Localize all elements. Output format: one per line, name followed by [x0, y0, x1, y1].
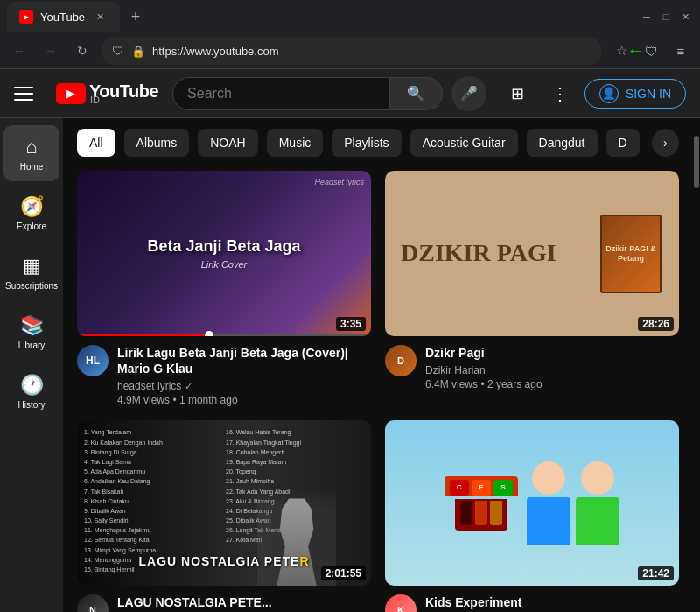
- mic-icon: 🎤: [460, 85, 478, 102]
- channel-name-2: Dzikir Harian: [425, 364, 679, 376]
- video-card-3[interactable]: 1. Yang Terdalam 2. Ku Katakan Dengan In…: [77, 420, 371, 612]
- active-tab[interactable]: YouTube ✕: [7, 2, 120, 32]
- url-text: https://www.youtube.com: [152, 45, 592, 58]
- browser-menu-button[interactable]: ≡: [668, 39, 693, 63]
- video-stats-1: 4.9M views • 1 month ago: [117, 394, 371, 406]
- tab-title: YouTube: [40, 11, 85, 24]
- apps-icon: ⊞: [511, 84, 524, 103]
- filter-chip-albums[interactable]: Albums: [124, 129, 190, 157]
- sidebar-item-explore[interactable]: 🧭 Explore: [4, 185, 60, 241]
- filter-chip-playlists[interactable]: Playlists: [332, 129, 401, 157]
- progress-fill: [77, 334, 209, 336]
- hamburger-line-2: [14, 93, 33, 95]
- search-input[interactable]: [187, 86, 375, 102]
- kids-figures: [527, 461, 620, 545]
- address-bar: ← → ↻ 🛡 🔒 https://www.youtube.com ← ☆ 🛡 …: [0, 33, 700, 68]
- filter-chip-dangdut[interactable]: Dangdut: [527, 129, 598, 157]
- soda-machine-area: C F S: [444, 476, 518, 531]
- filter-scroll-right[interactable]: ›: [652, 129, 679, 157]
- thumb-text-2: DZIKIR PAGI: [401, 240, 593, 267]
- search-button[interactable]: 🔍: [390, 77, 443, 110]
- sidebar-explore-label: Explore: [17, 222, 46, 231]
- kid-2-body: [576, 497, 620, 545]
- url-box[interactable]: 🛡 🔒 https://www.youtube.com ←: [102, 37, 602, 65]
- sidebar-history-label: History: [18, 400, 45, 410]
- video-duration-1: 3:35: [336, 317, 366, 331]
- library-icon: 📚: [20, 314, 44, 337]
- sidebar-home-label: Home: [20, 162, 44, 172]
- youtube-logo[interactable]: YouTube ID: [56, 81, 158, 105]
- video-card-4[interactable]: C F S: [385, 420, 679, 612]
- sidebar-item-home[interactable]: ⌂ Home: [4, 125, 60, 181]
- filter-d-label: D: [619, 136, 627, 150]
- thumbnail-4: C F S: [385, 420, 679, 586]
- minimize-button[interactable]: ─: [639, 9, 654, 25]
- channel-name-1: headset lyrics ✓: [117, 380, 371, 392]
- progress-dot: [205, 331, 214, 336]
- video-meta-3: LAGU NOSTALGIA PETE... Lagu Nostalgia 2.…: [117, 594, 371, 612]
- close-window-button[interactable]: ✕: [677, 9, 693, 25]
- menu-button[interactable]: [14, 80, 42, 108]
- video-title-4: Kids Experiment: [425, 594, 679, 610]
- filter-chip-acoustic[interactable]: Acoustic Guitar: [410, 129, 518, 157]
- home-icon: ⌂: [25, 136, 37, 158]
- video-grid: Headset lyrics Beta Janji Beta Jaga Liri…: [63, 164, 693, 612]
- filter-dangdut-label: Dangdut: [539, 136, 585, 150]
- filter-all-label: All: [89, 136, 103, 150]
- video-info-1: HL Lirik Lagu Beta Janji Beta Jaga (Cove…: [77, 336, 371, 406]
- mic-button[interactable]: 🎤: [452, 76, 486, 111]
- back-button[interactable]: ←: [7, 39, 32, 63]
- verified-badge-1: ✓: [185, 381, 192, 391]
- search-icon: 🔍: [407, 85, 424, 102]
- youtube-header: YouTube ID 🔍 🎤 ⊞ ⋮ 👤 SIGN IN: [0, 69, 700, 118]
- search-container: 🔍 🎤: [172, 76, 486, 111]
- video-duration-4: 21:42: [638, 566, 674, 580]
- apps-button[interactable]: ⊞: [500, 76, 536, 111]
- more-options-button[interactable]: ⋮: [542, 76, 578, 111]
- sidebar-item-history[interactable]: 🕐 History: [4, 363, 60, 419]
- browser-actions: ☆ 🛡 ≡: [609, 39, 693, 63]
- video-stats-2: 6.4M views • 2 years ago: [425, 378, 679, 390]
- maximize-button[interactable]: □: [658, 9, 674, 25]
- video-info-2: D Dzikr Pagi Dzikir Harian 6.4M views • …: [385, 336, 679, 390]
- sidebar-library-label: Library: [18, 341, 46, 350]
- video-card-1[interactable]: Headset lyrics Beta Janji Beta Jaga Liri…: [77, 171, 371, 406]
- search-box[interactable]: [172, 77, 390, 110]
- filter-chip-d[interactable]: D: [606, 129, 640, 157]
- thumbnail-1: Headset lyrics Beta Janji Beta Jaga Liri…: [77, 171, 371, 336]
- scrollbar[interactable]: [693, 118, 700, 612]
- explore-icon: 🧭: [20, 195, 44, 218]
- forward-button[interactable]: →: [38, 39, 63, 63]
- shield-icon: 🛡: [112, 44, 124, 58]
- hamburger-line-1: [14, 87, 33, 88]
- tab-bar: YouTube ✕ +: [7, 2, 148, 32]
- reload-button[interactable]: ↻: [70, 39, 94, 63]
- signin-label: SIGN IN: [626, 87, 671, 101]
- video-duration-3: 2:01:55: [321, 566, 366, 580]
- filter-bar: All Albums NOAH Music Playlists Acoustic…: [63, 118, 693, 164]
- filter-acoustic-label: Acoustic Guitar: [423, 136, 506, 150]
- filter-chip-noah[interactable]: NOAH: [198, 129, 257, 157]
- browser-chrome: YouTube ✕ + ─ □ ✕ ← → ↻ 🛡 🔒 https://www.…: [0, 0, 700, 69]
- window-controls: ─ □ ✕: [639, 9, 693, 25]
- filter-music-label: Music: [279, 136, 312, 150]
- video-card-2[interactable]: DZIKIR PAGI Dzikir PAGI & Petang 28:26 D…: [385, 171, 679, 406]
- browser-titlebar: YouTube ✕ + ─ □ ✕: [0, 0, 700, 33]
- more-icon: ⋮: [551, 83, 569, 104]
- thumb-right-2: Dzikir PAGI & Petang: [600, 215, 670, 293]
- sidebar-item-subscriptions[interactable]: ▦ Subscriptions: [4, 244, 60, 300]
- tab-close-button[interactable]: ✕: [92, 9, 108, 25]
- sidebar-item-library[interactable]: 📚 Library: [4, 304, 60, 360]
- filter-chip-music[interactable]: Music: [267, 129, 324, 157]
- filter-noah-label: NOAH: [210, 136, 245, 150]
- thumbnail-3: 1. Yang Terdalam 2. Ku Katakan Dengan In…: [77, 420, 371, 586]
- filter-chip-all[interactable]: All: [77, 129, 116, 157]
- kid-2-head: [581, 461, 614, 495]
- arrow-indicator: ←: [626, 39, 646, 62]
- thumb-overlay-1: Beta Janji Beta Jaga Lirik Cover: [77, 171, 371, 336]
- scrollbar-thumb[interactable]: [694, 136, 699, 188]
- content-area[interactable]: All Albums NOAH Music Playlists Acoustic…: [63, 118, 693, 612]
- new-tab-button[interactable]: +: [123, 4, 148, 29]
- video-title-3: LAGU NOSTALGIA PETE...: [117, 594, 371, 610]
- signin-button[interactable]: 👤 SIGN IN: [584, 79, 686, 109]
